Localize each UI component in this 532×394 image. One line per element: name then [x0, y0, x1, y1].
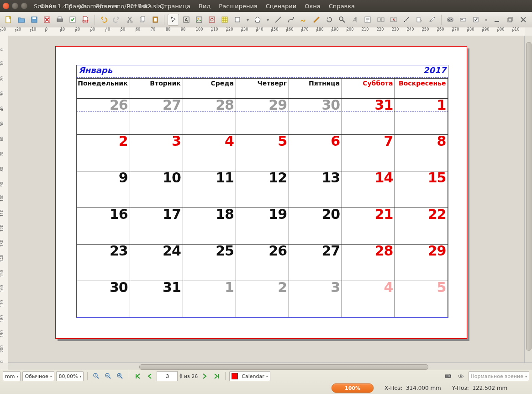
shape-icon[interactable]: [232, 14, 243, 26]
calendar-day-cell[interactable]: 13: [289, 171, 342, 208]
mdi-close-icon[interactable]: [517, 14, 529, 26]
calendar-day-cell[interactable]: 25: [183, 244, 236, 281]
preflight-icon[interactable]: [67, 14, 79, 26]
polygon-icon[interactable]: [252, 14, 263, 26]
menu-extensions[interactable]: Расширения: [216, 2, 260, 11]
menu-insert[interactable]: Вставка: [123, 2, 155, 11]
print-icon[interactable]: [54, 14, 65, 26]
toolbar-overflow-icon[interactable]: »: [483, 17, 490, 22]
shape-dropdown-icon[interactable]: ▾: [245, 17, 251, 22]
calendar-day-cell[interactable]: 17: [130, 208, 183, 245]
text-frame-icon[interactable]: A: [180, 14, 192, 26]
undo-icon[interactable]: [98, 14, 110, 26]
calendar-day-cell[interactable]: 12: [236, 171, 289, 208]
paste-icon[interactable]: [149, 14, 161, 26]
copy-properties-icon[interactable]: [413, 14, 425, 26]
calendar-day-cell[interactable]: 9: [77, 171, 130, 208]
calendar-day-cell[interactable]: 28: [183, 98, 236, 135]
pdf-textfield-icon[interactable]: [458, 14, 469, 26]
calendar-day-cell[interactable]: 14: [342, 171, 395, 208]
zoom-out-icon[interactable]: [103, 371, 113, 381]
calendar-day-cell[interactable]: 16: [77, 208, 130, 245]
unit-selector[interactable]: mm▾: [3, 371, 21, 381]
preview-mode-icon[interactable]: [456, 371, 466, 381]
calendar-day-cell[interactable]: 29: [236, 98, 289, 135]
calendar-day-cell[interactable]: 23: [77, 244, 130, 281]
zoom-100-icon[interactable]: 1: [91, 371, 101, 381]
copy-icon[interactable]: [137, 14, 148, 26]
calendar-day-cell[interactable]: 7: [342, 134, 395, 171]
link-frames-icon[interactable]: [375, 14, 386, 26]
menu-scripts[interactable]: Сценарии: [263, 2, 300, 11]
calendar-day-cell[interactable]: 26: [77, 98, 130, 135]
calendar-day-cell[interactable]: 2: [77, 134, 130, 171]
edit-text-icon[interactable]: A: [349, 14, 361, 26]
table-icon[interactable]: [219, 14, 231, 26]
calendar-day-cell[interactable]: 1: [183, 281, 236, 318]
canvas-viewport[interactable]: Январь 2017 ПонедельникВторникСредаЧетве…: [8, 36, 525, 363]
pdf-checkbox-icon[interactable]: [470, 14, 482, 26]
menu-view[interactable]: Вид: [195, 2, 214, 11]
vertical-scrollbar[interactable]: [524, 36, 532, 363]
calendar-day-cell[interactable]: 28: [342, 244, 395, 281]
pdf-button-icon[interactable]: OK: [444, 14, 456, 26]
menu-edit[interactable]: Правка: [61, 2, 90, 11]
zoom-field[interactable]: 80,00%▾: [56, 371, 84, 381]
save-document-icon[interactable]: [28, 14, 40, 26]
calendar-day-cell[interactable]: 3: [289, 281, 342, 318]
zoom-slider-pill[interactable]: 100%: [332, 383, 374, 393]
line-icon[interactable]: [272, 14, 284, 26]
new-document-icon[interactable]: [3, 14, 14, 26]
zoom-in-icon[interactable]: [115, 371, 125, 381]
zoom-icon[interactable]: [337, 14, 348, 26]
rotate-icon[interactable]: [324, 14, 335, 26]
calendar-day-cell[interactable]: 24: [130, 244, 183, 281]
calendar-day-cell[interactable]: 6: [289, 134, 342, 171]
calendar-day-cell[interactable]: 18: [183, 208, 236, 245]
prev-page-icon[interactable]: [145, 371, 155, 381]
last-page-icon[interactable]: [211, 371, 221, 381]
calendar-day-cell[interactable]: 21: [342, 208, 395, 245]
render-frame-icon[interactable]: [206, 14, 218, 26]
calendar-day-cell[interactable]: 29: [395, 244, 448, 281]
calendar-day-cell[interactable]: 30: [77, 281, 130, 318]
calendar-day-cell[interactable]: 5: [395, 281, 448, 318]
first-page-icon[interactable]: [133, 371, 143, 381]
calendar-day-cell[interactable]: 22: [395, 208, 448, 245]
menu-page[interactable]: Страница: [157, 2, 194, 11]
bezier-icon[interactable]: [285, 14, 296, 26]
calendar-day-cell[interactable]: 15: [395, 171, 448, 208]
calendar-day-cell[interactable]: 10: [130, 171, 183, 208]
mdi-minimize-icon[interactable]: [491, 14, 503, 26]
calligraphic-icon[interactable]: [311, 14, 322, 26]
calendar-day-cell[interactable]: 31: [342, 98, 395, 135]
calendar-day-cell[interactable]: 5: [236, 134, 289, 171]
window-close-button[interactable]: [3, 3, 9, 9]
freehand-icon[interactable]: [298, 14, 309, 26]
window-minimize-button[interactable]: [12, 3, 18, 9]
vertical-ruler[interactable]: 0102030405060708090100110120130140150160…: [0, 36, 9, 363]
calendar-day-cell[interactable]: 31: [130, 281, 183, 318]
window-maximize-button[interactable]: [21, 3, 27, 9]
color-management-icon[interactable]: [443, 371, 453, 381]
calendar-day-cell[interactable]: 4: [342, 281, 395, 318]
select-tool-icon[interactable]: [168, 14, 179, 26]
menu-help[interactable]: Справка: [326, 2, 358, 11]
calendar-day-cell[interactable]: 20: [289, 208, 342, 245]
horizontal-ruler[interactable]: -30-20-100102030405060708090100110120130…: [0, 27, 525, 36]
preview-selector[interactable]: Нормальное зрение▾: [469, 371, 529, 381]
polygon-dropdown-icon[interactable]: ▾: [265, 17, 271, 22]
calendar-day-cell[interactable]: 1: [395, 98, 448, 135]
document-page[interactable]: Январь 2017 ПонедельникВторникСредаЧетве…: [55, 46, 467, 339]
calendar-day-cell[interactable]: 27: [289, 244, 342, 281]
next-page-icon[interactable]: [200, 371, 210, 381]
export-pdf-icon[interactable]: PDF: [80, 14, 91, 26]
menu-file[interactable]: Файл: [37, 2, 59, 11]
calendar-day-cell[interactable]: 11: [183, 171, 236, 208]
menu-windows[interactable]: Окна: [301, 2, 324, 11]
eyedropper-icon[interactable]: [426, 14, 437, 26]
cut-icon[interactable]: [124, 14, 135, 26]
calendar-day-cell[interactable]: 30: [289, 98, 342, 135]
calendar-day-cell[interactable]: 8: [395, 134, 448, 171]
calendar-day-cell[interactable]: 26: [236, 244, 289, 281]
